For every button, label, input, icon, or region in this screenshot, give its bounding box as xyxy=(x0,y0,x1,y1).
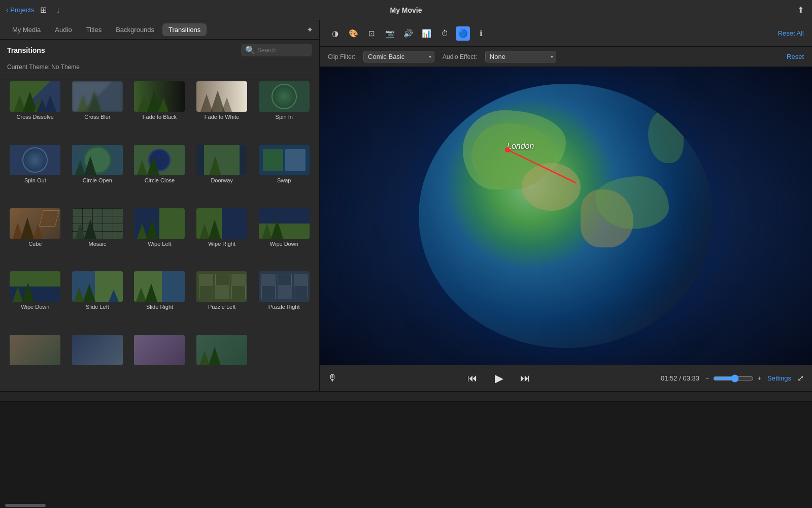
timeline-ruler xyxy=(0,392,812,402)
transition-wipe-left[interactable]: Wipe Left xyxy=(128,205,191,269)
label-cube: Cube xyxy=(28,241,42,247)
thumb-extra2 xyxy=(72,335,123,365)
tab-audio[interactable]: Audio xyxy=(49,23,78,36)
transition-circle-close[interactable]: Circle Close xyxy=(128,142,191,205)
transition-wipe-right[interactable]: Wipe Right xyxy=(191,205,253,269)
skip-forward-button[interactable]: ⏭ xyxy=(517,370,533,387)
settings-button[interactable]: Settings xyxy=(767,374,791,382)
transition-mosaic[interactable]: Mosaic xyxy=(66,205,129,269)
main-content: My Media Audio Titles Backgrounds Transi… xyxy=(0,20,812,391)
top-bar-left: ‹ Projects ⊞ ↓ xyxy=(6,4,108,16)
tab-titles[interactable]: Titles xyxy=(80,23,108,36)
transition-fade-black[interactable]: Fade to Black xyxy=(128,78,191,142)
back-chevron-icon: ‹ xyxy=(6,6,8,14)
transition-wipe-down[interactable]: Wipe Down xyxy=(4,268,66,332)
microphone-icon[interactable]: 🎙 xyxy=(328,373,337,384)
zoom-slider[interactable] xyxy=(713,374,754,383)
label-puzzle-left: Puzzle Left xyxy=(208,304,235,310)
tab-transitions[interactable]: Transitions xyxy=(162,23,207,36)
back-label[interactable]: Projects xyxy=(10,6,34,14)
top-bar: ‹ Projects ⊞ ↓ My Movie ⬆ xyxy=(0,0,812,20)
transition-extra2[interactable] xyxy=(66,332,129,389)
transition-spin-out[interactable]: Spin Out xyxy=(4,142,66,205)
transition-puzzle-right[interactable]: Puzzle Right xyxy=(253,268,315,332)
zoom-minus-icon[interactable]: − xyxy=(705,375,709,382)
transition-fade-white[interactable]: Fade to White xyxy=(191,78,253,142)
tab-my-media[interactable]: My Media xyxy=(6,23,47,36)
playback-bar: 🎙 ⏮ ▶ ⏭ 01:52 / 03:33 − + Settings ⤢ xyxy=(320,365,812,391)
transition-swap[interactable]: Swap xyxy=(253,142,315,205)
globe: London xyxy=(419,84,713,348)
left-panel: My Media Audio Titles Backgrounds Transi… xyxy=(0,20,320,391)
info-icon[interactable]: ℹ xyxy=(474,26,488,41)
label-circle-open: Circle Open xyxy=(83,177,112,183)
label-cross-dissolve: Cross Dissolve xyxy=(17,114,54,120)
thumb-circle-open xyxy=(72,145,123,175)
label-slide-right: Slide Right xyxy=(146,304,173,310)
fullscreen-icon[interactable]: ⤢ xyxy=(797,373,804,383)
skip-back-button[interactable]: ⏮ xyxy=(464,370,481,387)
thumb-slide-right xyxy=(134,271,185,302)
search-input[interactable] xyxy=(257,47,308,54)
magic-wand-icon[interactable]: ✦ xyxy=(307,25,313,35)
timeline: 5.1s xyxy=(0,391,812,508)
label-wipe-left: Wipe Left xyxy=(148,241,171,247)
layout-icon[interactable]: ⊞ xyxy=(38,4,49,16)
crop-icon[interactable]: ⊡ xyxy=(364,26,379,41)
transition-cross-blur[interactable]: Cross Blur xyxy=(66,78,129,142)
clip-filter-select-wrap[interactable]: Comic Basic xyxy=(363,51,434,62)
reset-button[interactable]: Reset xyxy=(787,53,804,60)
reset-all-button[interactable]: Reset All xyxy=(778,29,804,37)
thumb-wipe-left xyxy=(134,208,185,239)
audio-effect-label: Audio Effect: xyxy=(443,53,477,60)
time-display: 01:52 / 03:33 xyxy=(661,374,699,382)
thumb-wipe-up xyxy=(259,208,310,239)
panel-header: Transitions 🔍 xyxy=(0,40,319,60)
color-balance-icon[interactable]: ◑ xyxy=(328,26,342,41)
speed-icon[interactable]: ⏱ xyxy=(437,26,452,41)
label-spin-out: Spin Out xyxy=(24,177,46,183)
back-button[interactable]: ‹ Projects xyxy=(6,6,34,14)
transition-cross-dissolve[interactable]: Cross Dissolve xyxy=(4,78,66,142)
label-wipe-down: Wipe Down xyxy=(21,304,49,310)
transition-circle-open[interactable]: Circle Open xyxy=(66,142,129,205)
transition-extra4[interactable] xyxy=(191,332,253,389)
transition-doorway[interactable]: Doorway xyxy=(191,142,253,205)
transition-extra3[interactable] xyxy=(128,332,191,389)
audio-effect-select[interactable]: None xyxy=(485,51,556,62)
thumb-slide-left xyxy=(72,271,123,302)
camera-icon[interactable]: 📷 xyxy=(383,26,397,41)
transition-spin-in[interactable]: Spin In xyxy=(253,78,315,142)
search-icon: 🔍 xyxy=(245,45,255,55)
london-label: London xyxy=(507,142,534,151)
play-button[interactable]: ▶ xyxy=(491,370,507,387)
share-icon[interactable]: ⬆ xyxy=(795,4,806,16)
thumb-spin-out xyxy=(10,145,60,175)
color-wheel-icon[interactable]: 🎨 xyxy=(346,26,360,41)
search-box[interactable]: 🔍 xyxy=(241,44,312,56)
audio-icon[interactable]: 🔊 xyxy=(401,26,415,41)
label-doorway: Doorway xyxy=(211,177,232,183)
tab-backgrounds[interactable]: Backgrounds xyxy=(110,23,160,36)
thumb-swap xyxy=(259,145,310,175)
transition-puzzle-left[interactable]: Puzzle Left xyxy=(191,268,253,332)
filter-row: Clip Filter: Comic Basic Audio Effect: N… xyxy=(320,47,812,67)
transition-wipe-up[interactable]: Wipe Down xyxy=(253,205,315,269)
thumb-puzzle-right xyxy=(259,271,310,302)
zoom-plus-icon[interactable]: + xyxy=(758,375,761,382)
tab-bar: My Media Audio Titles Backgrounds Transi… xyxy=(0,20,319,40)
import-icon[interactable]: ↓ xyxy=(54,5,62,16)
filter-icon[interactable]: 🔵 xyxy=(456,26,470,41)
transition-cube[interactable]: Cube xyxy=(4,205,66,269)
timeline-scrollbar[interactable] xyxy=(5,504,46,507)
transition-slide-right[interactable]: Slide Right xyxy=(128,268,191,332)
transition-slide-left[interactable]: Slide Left xyxy=(66,268,129,332)
thumb-wipe-down xyxy=(10,271,60,302)
audio-effect-select-wrap[interactable]: None xyxy=(485,51,556,62)
transition-extra1[interactable] xyxy=(4,332,66,389)
chart-icon[interactable]: 📊 xyxy=(419,26,433,41)
clip-filter-select[interactable]: Comic Basic xyxy=(363,51,434,62)
label-cross-blur: Cross Blur xyxy=(84,114,110,120)
thumb-mosaic xyxy=(72,208,123,239)
label-swap: Swap xyxy=(277,177,291,183)
